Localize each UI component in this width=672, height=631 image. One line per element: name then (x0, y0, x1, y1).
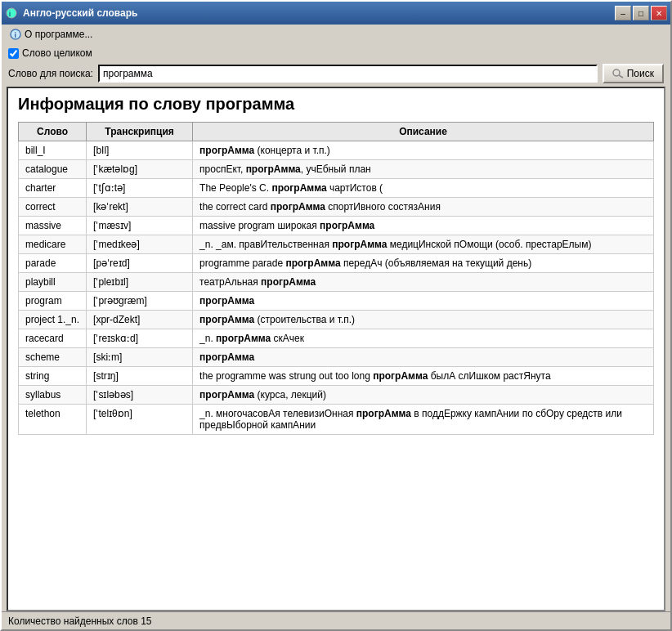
whole-word-checkbox[interactable] (8, 48, 19, 59)
description-cell: The People's C. прогрАмма чартИстов ( (193, 179, 654, 198)
content-inner: Информация по слову программа Слово Тран… (8, 88, 664, 441)
status-text: Количество найденных слов 15 (8, 615, 152, 627)
about-menu-item[interactable]: i О программе... (8, 28, 94, 41)
word-cell: correct (19, 198, 87, 217)
table-row: medicare[ˈmedɪkeə]_n. _ам. правИтельстве… (19, 235, 654, 254)
transcription-cell: [ˈtʃɑːtə] (87, 179, 193, 198)
transcription-cell: [ˈprəʊgræm] (87, 292, 193, 311)
description-cell: проспЕкт, прогрАмма, учЕбный план (193, 160, 654, 179)
search-label: Слово для поиска: (8, 68, 93, 79)
description-cell: прогрАмма (строительства и т.п.) (193, 311, 654, 329)
title-buttons: – □ ✕ (615, 6, 667, 20)
svg-text:i: i (15, 31, 17, 39)
transcription-cell: [xpr-dZekt] (87, 311, 193, 329)
word-cell: massive (19, 217, 87, 235)
word-cell: bill_I (19, 141, 87, 160)
table-row: program[ˈprəʊgræm]прогрАмма (19, 292, 654, 311)
description-cell: _n. _ам. правИтельственная прогрАмма мед… (193, 235, 654, 254)
close-button[interactable]: ✕ (651, 6, 667, 20)
transcription-cell: [ˈreɪskɑːd] (87, 329, 193, 348)
table-row: correct[kəˈrekt]the correct card прогрАм… (19, 198, 654, 217)
word-cell: syllabus (19, 386, 87, 405)
word-cell: racecard (19, 329, 87, 348)
table-row: string[strɪŋ]the programme was strung ou… (19, 367, 654, 386)
window-body: i О программе... Слово целиком Слово для… (2, 25, 670, 629)
title-bar-left: i Англо-русский словарь (5, 7, 137, 20)
header-description: Описание (193, 123, 654, 141)
table-row: racecard[ˈreɪskɑːd]_n. прогрАмма скАчек (19, 329, 654, 348)
word-cell: playbill (19, 273, 87, 292)
svg-point-0 (7, 8, 16, 18)
maximize-button[interactable]: □ (633, 6, 649, 20)
table-row: project 1._n.[xpr-dZekt]прогрАмма (строи… (19, 311, 654, 329)
search-row: Слово для поиска: Поиск (2, 60, 670, 87)
description-cell: the correct card прогрАмма спортИвного с… (193, 198, 654, 217)
description-cell: _n. прогрАмма скАчек (193, 329, 654, 348)
description-cell: programme parade прогрАмма передАч (объя… (193, 254, 654, 273)
transcription-cell: [skiːm] (87, 348, 193, 367)
header-word: Слово (19, 123, 87, 141)
status-bar: Количество найденных слов 15 (2, 611, 670, 629)
info-icon: i (10, 29, 21, 40)
table-row: syllabus[ˈsɪləbəs]прогрАмма (курса, лекц… (19, 386, 654, 405)
transcription-cell: [kəˈrekt] (87, 198, 193, 217)
description-cell: театрАльная прогрАмма (193, 273, 654, 292)
word-cell: scheme (19, 348, 87, 367)
results-table: Слово Транскрипция Описание bill_I[bIl]п… (18, 122, 654, 435)
window-title: Англо-русский словарь (23, 7, 137, 19)
description-cell: прогрАмма (193, 292, 654, 311)
transcription-cell: [bIl] (87, 141, 193, 160)
transcription-cell: [ˈpleɪbɪl] (87, 273, 193, 292)
word-cell: parade (19, 254, 87, 273)
transcription-cell: [pəˈreɪd] (87, 254, 193, 273)
description-cell: _n. многочасовАя телевизиОнная прогрАмма… (193, 405, 654, 435)
description-cell: прогрАмма (курса, лекций) (193, 386, 654, 405)
table-row: bill_I[bIl]прогрАмма (концерта и т.п.) (19, 141, 654, 160)
table-row: charter[ˈtʃɑːtə]The People's C. прогрАмм… (19, 179, 654, 198)
description-cell: прогрАмма (концерта и т.п.) (193, 141, 654, 160)
table-row: telethon[ˈtelɪθɒn]_n. многочасовАя телев… (19, 405, 654, 435)
word-cell: telethon (19, 405, 87, 435)
description-cell: прогрАмма (193, 348, 654, 367)
word-cell: program (19, 292, 87, 311)
checkbox-row: Слово целиком (2, 46, 670, 60)
svg-text:i: i (9, 10, 11, 18)
whole-word-label: Слово целиком (22, 47, 92, 59)
header-transcription: Транскрипция (87, 123, 193, 141)
description-cell: massive program широкая прогрАмма (193, 217, 654, 235)
table-row: catalogue[ˈkætəlɒg]проспЕкт, прогрАмма, … (19, 160, 654, 179)
search-icon (612, 69, 624, 78)
content-area: Информация по слову программа Слово Тран… (7, 87, 665, 611)
transcription-cell: [strɪŋ] (87, 367, 193, 386)
word-cell: string (19, 367, 87, 386)
title-bar: i Англо-русский словарь – □ ✕ (2, 2, 670, 25)
search-button[interactable]: Поиск (603, 64, 664, 83)
word-cell: charter (19, 179, 87, 198)
svg-line-5 (619, 75, 623, 78)
search-btn-label: Поиск (627, 68, 654, 79)
main-window: i Англо-русский словарь – □ ✕ i О програ… (0, 0, 672, 631)
app-icon: i (5, 7, 18, 20)
transcription-cell: [ˈsɪləbəs] (87, 386, 193, 405)
description-cell: the programme was strung out too long пр… (193, 367, 654, 386)
menu-area: i О программе... (2, 25, 670, 46)
word-cell: catalogue (19, 160, 87, 179)
minimize-button[interactable]: – (615, 6, 631, 20)
page-title: Информация по слову программа (18, 95, 654, 114)
transcription-cell: [ˈmæsɪv] (87, 217, 193, 235)
table-row: massive[ˈmæsɪv]massive program широкая п… (19, 217, 654, 235)
transcription-cell: [ˈmedɪkeə] (87, 235, 193, 254)
table-row: parade[pəˈreɪd]programme parade прогрАмм… (19, 254, 654, 273)
table-row: scheme[skiːm]прогрАмма (19, 348, 654, 367)
table-row: playbill[ˈpleɪbɪl]театрАльная прогрАмма (19, 273, 654, 292)
word-cell: medicare (19, 235, 87, 254)
transcription-cell: [ˈtelɪθɒn] (87, 405, 193, 435)
svg-point-4 (613, 69, 620, 76)
search-input[interactable] (98, 65, 598, 83)
word-cell: project 1._n. (19, 311, 87, 329)
about-label: О программе... (25, 29, 92, 40)
transcription-cell: [ˈkætəlɒg] (87, 160, 193, 179)
